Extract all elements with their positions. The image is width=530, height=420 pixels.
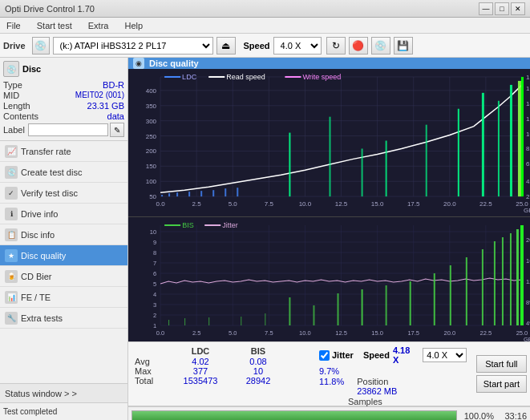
sidebar-item-verify-test-disc[interactable]: ✓ Verify test disc	[0, 183, 127, 204]
maximize-button[interactable]: □	[495, 2, 509, 15]
status-window-button[interactable]: Status window > >	[0, 383, 127, 402]
start-full-button[interactable]: Start full	[476, 355, 527, 373]
svg-text:18X: 18X	[526, 74, 530, 81]
sidebar-item-label: Disc quality	[21, 251, 66, 260]
svg-rect-108	[502, 237, 504, 325]
sidebar-item-label: FE / TE	[21, 293, 51, 302]
burn-button[interactable]: 🔴	[349, 37, 368, 55]
max-label: Max	[135, 366, 167, 376]
extra-tests-icon: 🔧	[5, 312, 18, 325]
sidebar-item-extra-tests[interactable]: 🔧 Extra tests	[0, 308, 127, 329]
jitter-checkbox[interactable]	[319, 350, 330, 361]
label-edit-button[interactable]: ✎	[110, 123, 124, 137]
chart-panel: ◉ Disc quality	[128, 58, 530, 420]
svg-rect-99	[338, 293, 339, 325]
type-value: BD-R	[103, 80, 124, 90]
label-input[interactable]	[28, 123, 108, 136]
total-bis: 28942	[234, 376, 282, 386]
svg-text:300: 300	[146, 118, 157, 125]
upper-chart: 50 100 150 200 250 300 350 400 2X 4X 6X …	[128, 69, 530, 217]
stats-panel: LDC BIS Avg 4.02 0.08 Max 377	[128, 341, 530, 420]
svg-text:10: 10	[150, 228, 156, 236]
svg-rect-112	[168, 320, 169, 325]
menu-file[interactable]: File	[3, 19, 24, 32]
total-ldc: 1535473	[167, 376, 234, 386]
type-label: Type	[3, 80, 22, 90]
sidebar-item-label: Drive info	[21, 209, 58, 219]
sidebar-item-disc-info[interactable]: 📋 Disc info	[0, 224, 127, 245]
col-ldc: LDC	[167, 345, 234, 357]
svg-text:6X: 6X	[526, 160, 530, 168]
sidebar-item-create-test-disc[interactable]: 💿 Create test disc	[0, 162, 127, 183]
drive-icon-button[interactable]: 💿	[32, 37, 50, 55]
svg-rect-23	[176, 192, 178, 196]
minimize-button[interactable]: —	[479, 2, 493, 15]
svg-text:22.5: 22.5	[480, 329, 492, 337]
svg-text:0.0: 0.0	[156, 200, 166, 208]
svg-text:8: 8	[153, 249, 156, 256]
svg-text:12X: 12X	[526, 115, 530, 123]
svg-rect-113	[184, 318, 185, 325]
mid-value: MEIT02 (001)	[75, 91, 124, 100]
svg-text:GB: GB	[524, 207, 530, 214]
close-button[interactable]: ✕	[511, 2, 525, 15]
jitter-speed-area: Jitter Speed 4.18 X 4.0 X 9.7% 11.8%	[313, 342, 473, 406]
speed-inline-label: Speed	[363, 350, 390, 360]
disc-button[interactable]: 💿	[371, 37, 390, 55]
fe-te-icon: 📊	[5, 291, 18, 304]
start-part-button[interactable]: Start part	[476, 375, 527, 393]
refresh-button[interactable]: ↻	[326, 37, 346, 55]
svg-rect-114	[208, 317, 209, 325]
length-label: Length	[3, 101, 30, 111]
svg-text:5: 5	[153, 281, 156, 288]
svg-text:16%: 16%	[526, 257, 530, 265]
sidebar-item-transfer-rate[interactable]: 📈 Transfer rate	[0, 141, 127, 162]
svg-text:7: 7	[153, 260, 156, 267]
speed-select[interactable]: 4.0 X 2.0 X	[273, 37, 322, 55]
svg-text:7.5: 7.5	[265, 329, 273, 337]
main-content: 💿 Disc Type BD-R MID MEIT02 (001) Length…	[0, 58, 530, 420]
speed-inline-value: 4.18 X	[393, 345, 418, 365]
mid-label: MID	[3, 91, 19, 100]
svg-text:200: 200	[146, 147, 157, 155]
svg-text:15.0: 15.0	[371, 329, 383, 337]
svg-text:3: 3	[153, 301, 156, 309]
sidebar-item-cd-bier[interactable]: 🍺 CD Bier	[0, 266, 127, 287]
save-button[interactable]: 💾	[394, 37, 413, 55]
svg-rect-25	[200, 191, 202, 196]
chart-header-icon: ◉	[133, 58, 144, 69]
max-jitter: 11.8%	[319, 377, 344, 386]
label-label: Label	[3, 125, 25, 135]
avg-bis: 0.08	[234, 357, 282, 366]
speed-label: Speed	[244, 41, 270, 50]
svg-text:15.0: 15.0	[371, 200, 384, 208]
svg-rect-39	[521, 77, 524, 196]
svg-rect-27	[225, 188, 226, 196]
status-window-label: Status window > >	[5, 389, 77, 398]
avg-label: Avg	[135, 357, 167, 366]
eject-button[interactable]: ⏏	[216, 37, 236, 55]
disc-info-section: 💿 Disc Type BD-R MID MEIT02 (001) Length…	[0, 58, 127, 141]
sidebar-item-fe-te[interactable]: 📊 FE / TE	[0, 287, 127, 308]
menu-extra[interactable]: Extra	[85, 19, 112, 32]
svg-rect-31	[362, 148, 363, 196]
disc-quality-icon: ★	[5, 249, 18, 262]
window-controls: — □ ✕	[479, 2, 525, 15]
sidebar-item-drive-info[interactable]: ℹ Drive info	[0, 204, 127, 224]
drive-select[interactable]: (k:) ATAPI iHBS312 2 PL17	[53, 37, 213, 55]
lower-chart: 1 2 3 4 5 6 7 8 9 10 4% 8% 12% 16% 20% 0…	[128, 217, 530, 341]
progress-time: 33:16	[499, 411, 527, 421]
svg-text:17.5: 17.5	[407, 200, 420, 208]
svg-text:BIS: BIS	[182, 221, 194, 229]
sidebar-item-disc-quality[interactable]: ★ Disc quality	[0, 245, 127, 266]
svg-rect-26	[212, 190, 214, 196]
speed-inline-select[interactable]: 4.0 X	[423, 348, 466, 362]
avg-ldc: 4.02	[167, 357, 234, 366]
length-value: 23.31 GB	[87, 101, 124, 111]
svg-text:10X: 10X	[526, 131, 530, 138]
menu-help[interactable]: Help	[121, 19, 146, 32]
jitter-label: Jitter	[332, 350, 354, 360]
svg-rect-105	[466, 257, 467, 325]
menu-start-test[interactable]: Start test	[34, 19, 75, 32]
svg-text:GB: GB	[524, 336, 530, 341]
